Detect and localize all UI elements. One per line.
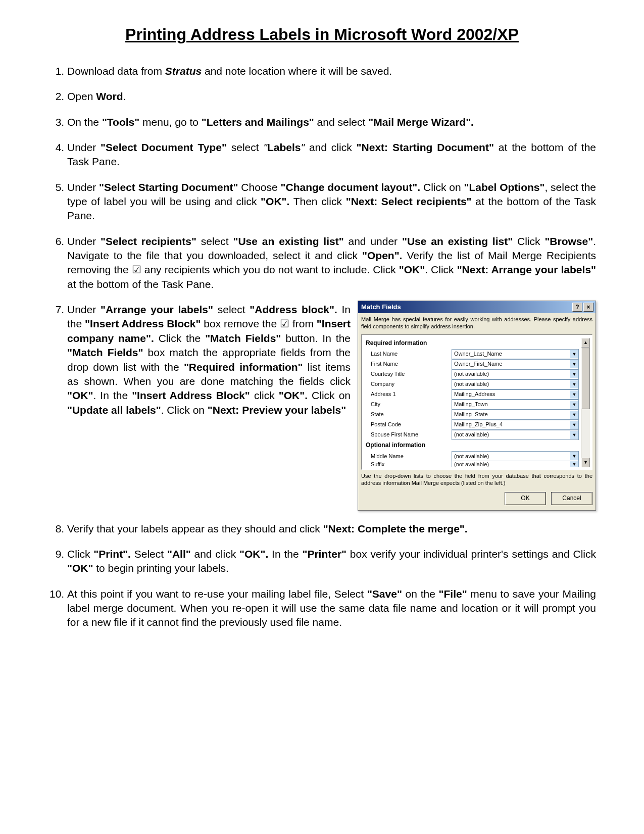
- cancel-button[interactable]: Cancel: [551, 492, 592, 505]
- text-bold: "Select Starting Document": [99, 181, 238, 193]
- field-select[interactable]: (not available)▼: [452, 430, 579, 440]
- text: button. In the: [281, 332, 351, 344]
- text: Click: [513, 235, 544, 247]
- step-4: Under "Select Document Type" select "Lab…: [67, 140, 596, 169]
- text-bold: "Match Fields": [205, 332, 281, 344]
- text: from: [289, 318, 317, 329]
- text-bold: "Use an existing list": [402, 235, 513, 247]
- select-value: (not available): [452, 453, 570, 460]
- text-bold: "Next: Preview your labels": [208, 404, 346, 416]
- chevron-down-icon: ▼: [570, 461, 578, 467]
- field-select[interactable]: (not available)▼: [452, 451, 579, 461]
- scroll-up-icon[interactable]: ▲: [581, 338, 590, 348]
- text-bold: "Letters and Mailings": [202, 116, 314, 128]
- chevron-down-icon: ▼: [570, 421, 578, 429]
- text: and select: [314, 116, 368, 128]
- chevron-down-icon: ▼: [570, 360, 578, 368]
- ok-button[interactable]: OK: [505, 492, 546, 505]
- field-row: First Name Owner_First_Name▼: [366, 359, 581, 369]
- scroll-thumb[interactable]: [581, 348, 590, 409]
- chevron-down-icon: ▼: [570, 390, 578, 399]
- text: Click on: [308, 389, 351, 401]
- chevron-down-icon: ▼: [570, 350, 578, 358]
- select-value: Mailing_State: [452, 411, 570, 418]
- checkbox-icon: ☑: [132, 264, 141, 275]
- field-select[interactable]: Mailing_Address▼: [452, 389, 579, 400]
- field-select[interactable]: (not available)▼: [452, 379, 579, 389]
- text-bold: "Select recipients": [101, 235, 196, 247]
- field-select[interactable]: Owner_Last_Name▼: [452, 349, 579, 359]
- step-2: Open Word.: [67, 89, 596, 104]
- text-bold: Word: [96, 90, 123, 102]
- text-bold: "OK".: [261, 195, 289, 207]
- text-bold: "Print".: [93, 548, 131, 560]
- text-bold: "Arrange your labels": [101, 304, 213, 315]
- step-3: On the "Tools" menu, go to "Letters and …: [67, 115, 596, 129]
- field-select[interactable]: Mailing_State▼: [452, 410, 579, 420]
- text: At this point if you want to re-use your…: [67, 588, 367, 600]
- text-bold: "Change document layout".: [281, 181, 421, 193]
- text: In the: [268, 548, 302, 560]
- field-label: Address 1: [366, 390, 452, 398]
- text-bold: "Use an existing list": [233, 235, 343, 247]
- field-select[interactable]: (not available)▼: [452, 461, 579, 467]
- field-select[interactable]: (not available)▼: [452, 369, 579, 379]
- text: on the: [402, 588, 439, 600]
- close-button[interactable]: ×: [583, 303, 593, 312]
- text-bold: "OK": [399, 264, 425, 275]
- steps-list: Download data from Stratus and note loca…: [48, 64, 596, 630]
- field-label: City: [366, 401, 452, 408]
- text-bold: "Browse": [544, 235, 593, 247]
- text: menu, go to: [139, 116, 202, 128]
- step-10: At this point if you want to re-use your…: [67, 587, 596, 630]
- text-bold: "OK".: [279, 389, 308, 401]
- text-bold: "Insert Address Block": [132, 389, 250, 401]
- field-row: Postal Code Mailing_Zip_Plus_4▼: [366, 420, 581, 430]
- select-value: Mailing_Address: [452, 390, 570, 398]
- chevron-down-icon: ▼: [570, 370, 578, 378]
- text: . Click on: [161, 404, 208, 416]
- text: . Click: [425, 264, 457, 275]
- select-value: (not available): [452, 431, 570, 438]
- field-row: Company (not available)▼: [366, 379, 581, 389]
- chevron-down-icon: ▼: [570, 452, 578, 460]
- text: Select: [131, 548, 167, 560]
- scrollbar[interactable]: ▲ ▼: [581, 338, 590, 467]
- field-label: Middle Name: [366, 453, 452, 460]
- text: . In the: [93, 389, 132, 401]
- text: and note location where it will be saved…: [202, 65, 392, 77]
- help-button[interactable]: ?: [572, 303, 582, 312]
- text: any recipients which you do not want to …: [141, 264, 399, 275]
- step-7-text: Under "Arrange your labels" select "Addr…: [67, 303, 351, 417]
- text: Click: [67, 548, 93, 560]
- field-label: Suffix: [366, 461, 452, 467]
- text-bold: "Update all labels": [67, 404, 161, 416]
- scroll-track[interactable]: [581, 348, 590, 458]
- dialog-title: Match Fields: [361, 303, 572, 312]
- text-bold-italic: Stratus: [165, 65, 202, 77]
- text-bold: "OK": [67, 562, 93, 574]
- field-select[interactable]: Owner_First_Name▼: [452, 359, 579, 369]
- text-bold: "Printer": [302, 548, 346, 560]
- text-bold: "OK".: [239, 548, 268, 560]
- scroll-down-icon[interactable]: ▼: [581, 458, 590, 467]
- text-bold: "File": [439, 588, 467, 600]
- select-value: Mailing_Zip_Plus_4: [452, 421, 570, 428]
- field-row: Courtesy Title (not available)▼: [366, 369, 581, 379]
- text: Then click: [289, 195, 345, 207]
- field-select[interactable]: Mailing_Town▼: [452, 400, 579, 410]
- field-label: State: [366, 411, 452, 418]
- field-label: Spouse First Name: [366, 431, 452, 438]
- dialog-titlebar[interactable]: Match Fields ? ×: [358, 301, 596, 313]
- text: to begin printing your labels.: [93, 562, 229, 574]
- field-select[interactable]: Mailing_Zip_Plus_4▼: [452, 420, 579, 430]
- text: Click the: [154, 332, 205, 344]
- text: box remove the: [201, 318, 280, 329]
- text: select: [227, 141, 264, 153]
- fields-list-frame: Required information Last Name Owner_Las…: [361, 334, 592, 470]
- text-bold: "OK": [67, 389, 93, 401]
- text: at the bottom of the Task Pane.: [67, 278, 214, 290]
- text-bold: "Select Document Type": [101, 141, 227, 153]
- select-value: Owner_First_Name: [452, 360, 570, 368]
- text-bold: "Next: Select recipients": [346, 195, 472, 207]
